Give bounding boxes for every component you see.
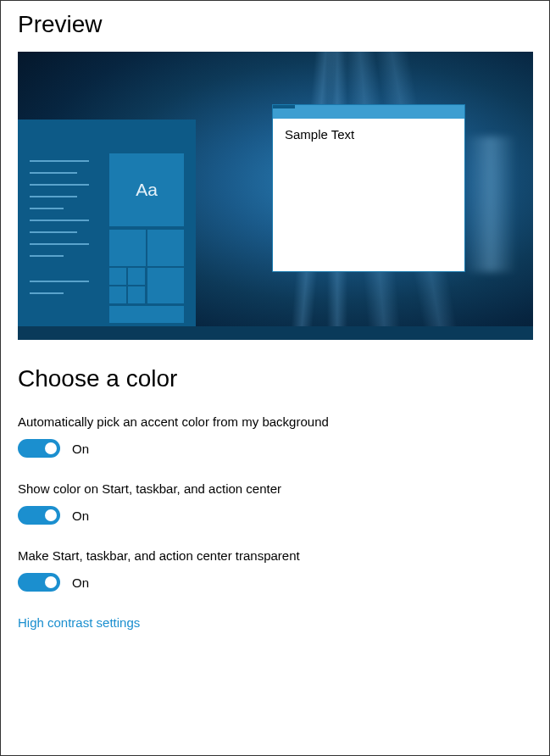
tile-large: Aa: [109, 153, 184, 226]
tile-small: [128, 286, 145, 303]
tile-wide: [109, 306, 184, 323]
toggle-state-text: On: [72, 509, 89, 523]
tile-medium: [147, 230, 184, 266]
tile-small: [109, 268, 126, 285]
start-menu-preview: Aa: [18, 120, 196, 326]
tile-medium: [109, 230, 146, 266]
toggle-show-color-start[interactable]: [18, 506, 60, 525]
toggle-state-text: On: [72, 442, 89, 456]
setting-label: Make Start, taskbar, and action center t…: [18, 548, 532, 563]
setting-label: Automatically pick an accent color from …: [18, 414, 532, 429]
taskbar-preview: [18, 326, 533, 340]
setting-auto-pick-accent: Automatically pick an accent color from …: [18, 414, 532, 458]
setting-label: Show color on Start, taskbar, and action…: [18, 481, 532, 496]
toggle-state-text: On: [72, 575, 89, 590]
toggle-auto-pick-accent[interactable]: [18, 439, 60, 458]
tile-small: [128, 268, 145, 285]
tile-medium: [147, 268, 184, 303]
sample-window-text: Sample Text: [273, 119, 464, 150]
light-ray-glow: [465, 136, 516, 272]
setting-transparent: Make Start, taskbar, and action center t…: [18, 548, 532, 592]
start-menu-list: [30, 160, 92, 304]
high-contrast-link[interactable]: High contrast settings: [18, 615, 532, 630]
toggle-transparent[interactable]: [18, 573, 60, 592]
tile-small: [109, 286, 126, 303]
sample-window-preview: Sample Text: [272, 104, 465, 272]
choose-color-header: Choose a color: [18, 365, 532, 392]
desktop-preview: Aa Sample Text: [18, 52, 533, 340]
preview-header: Preview: [18, 11, 532, 38]
sample-window-titlebar: [273, 105, 464, 119]
setting-show-color-start: Show color on Start, taskbar, and action…: [18, 481, 532, 525]
